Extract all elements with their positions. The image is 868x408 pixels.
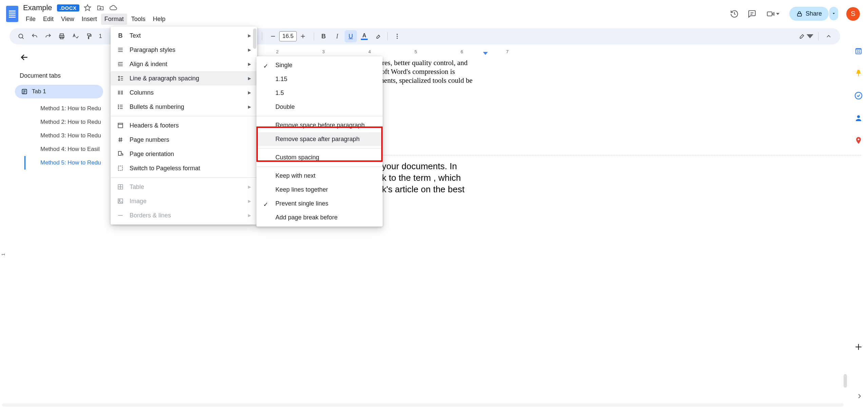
font-size-input[interactable]: 16.5 xyxy=(279,31,297,41)
share-dropdown[interactable] xyxy=(829,7,838,20)
menu-help[interactable]: Help xyxy=(150,14,169,25)
align-icon xyxy=(117,60,124,68)
outline-item[interactable]: Method 1: How to Redu xyxy=(24,102,111,115)
format-bullets-numbering[interactable]: Bullets & numbering▶ xyxy=(111,100,257,114)
zoom-fragment[interactable]: 1 xyxy=(96,30,104,42)
svg-text:31: 31 xyxy=(856,50,861,54)
show-side-panel-icon[interactable] xyxy=(856,392,863,400)
redo-icon[interactable] xyxy=(42,30,54,42)
menu-format[interactable]: Format xyxy=(101,14,127,25)
spacing-remove-before[interactable]: Remove space before paragraph xyxy=(256,118,383,132)
move-icon[interactable] xyxy=(96,3,105,13)
cloud-status-icon[interactable] xyxy=(109,3,118,13)
menu-label: Single xyxy=(275,62,292,69)
horizontal-scrollbar[interactable] xyxy=(2,403,844,407)
decrease-font-size[interactable] xyxy=(267,30,279,42)
svg-rect-5 xyxy=(797,14,802,16)
ruler-tick: 5 xyxy=(414,49,417,54)
body-text: soft Word's compression is xyxy=(379,67,455,76)
ruler-tick: 1 xyxy=(1,253,6,256)
paint-format-icon[interactable] xyxy=(83,30,95,42)
share-button[interactable]: Share xyxy=(789,7,829,21)
menu-label: Switch to Pageless format xyxy=(130,165,200,172)
menu-label: Remove space before paragraph xyxy=(275,122,365,129)
tab-chip[interactable]: Tab 1 xyxy=(15,85,103,98)
outline-item[interactable]: Method 3: How to Redu xyxy=(24,129,111,142)
menu-label: Page numbers xyxy=(130,136,169,143)
increase-font-size[interactable] xyxy=(297,30,309,42)
italic-button[interactable]: I xyxy=(331,30,343,42)
account-avatar[interactable]: S xyxy=(846,7,860,21)
indent-marker-icon[interactable] xyxy=(483,52,488,55)
spacing-keep-together[interactable]: Keep lines together xyxy=(256,183,383,197)
tab-chip-label: Tab 1 xyxy=(32,88,46,95)
history-icon[interactable] xyxy=(730,9,739,19)
outline-item[interactable]: Method 4: How to Easil xyxy=(24,142,111,156)
spacing-double[interactable]: Double xyxy=(256,100,383,114)
spacing-keep-next[interactable]: Keep with next xyxy=(256,169,383,183)
calendar-icon[interactable]: 31 xyxy=(852,44,865,58)
underline-button[interactable]: U xyxy=(345,30,357,42)
format-line-spacing[interactable]: Line & paragraph spacing▶ xyxy=(111,71,257,85)
toolbar-separator xyxy=(387,32,388,40)
keep-icon[interactable] xyxy=(852,66,865,80)
spacing-115[interactable]: 1.15 xyxy=(256,72,383,86)
hash-icon xyxy=(117,136,124,143)
add-panel-icon[interactable] xyxy=(852,340,865,354)
format-page-numbers[interactable]: Page numbers xyxy=(111,133,257,147)
svg-point-47 xyxy=(118,108,119,109)
docs-logo[interactable] xyxy=(5,5,19,23)
svg-rect-62 xyxy=(118,199,122,203)
print-icon[interactable] xyxy=(56,30,68,42)
text-color-button[interactable]: A xyxy=(358,30,370,42)
spellcheck-icon[interactable] xyxy=(69,30,81,42)
format-paragraph-styles[interactable]: Paragraph styles▶ xyxy=(111,43,257,57)
spacing-single[interactable]: ✓Single xyxy=(256,58,383,72)
menu-file[interactable]: File xyxy=(22,14,39,25)
vertical-scrollbar[interactable] xyxy=(844,374,847,388)
menu-tools[interactable]: Tools xyxy=(128,14,149,25)
outline-item-selected[interactable]: Method 5: How to Redu xyxy=(24,156,111,170)
highlight-button[interactable] xyxy=(372,30,384,42)
collapse-toolbar-icon[interactable] xyxy=(823,30,835,42)
undo-icon[interactable] xyxy=(28,30,41,42)
svg-point-6 xyxy=(19,34,23,38)
comments-icon[interactable] xyxy=(747,9,757,19)
tasks-icon[interactable] xyxy=(852,89,865,102)
more-toolbar-icon[interactable] xyxy=(391,30,403,42)
editing-mode-button[interactable] xyxy=(797,30,814,42)
menu-label: Columns xyxy=(130,89,154,96)
format-headers-footers[interactable]: Headers & footers xyxy=(111,118,257,133)
menu-label: Table xyxy=(130,183,144,191)
menu-view[interactable]: View xyxy=(58,14,78,25)
menu-label: Bullets & numbering xyxy=(130,103,184,111)
format-page-orientation[interactable]: Page orientation xyxy=(111,147,257,161)
menu-edit[interactable]: Edit xyxy=(40,14,57,25)
maps-icon[interactable] xyxy=(852,134,865,147)
spacing-15[interactable]: 1.5 xyxy=(256,86,383,100)
format-columns[interactable]: Columns▶ xyxy=(111,85,257,100)
table-icon xyxy=(117,183,124,191)
back-arrow-icon[interactable] xyxy=(18,51,31,64)
spacing-add-page-break[interactable]: Add page break before xyxy=(256,211,383,225)
spacing-remove-after[interactable]: Remove space after paragraph xyxy=(256,132,383,146)
chevron-right-icon: ▶ xyxy=(248,199,251,203)
spacing-prevent-single[interactable]: ✓Prevent single lines xyxy=(256,197,383,211)
document-title[interactable]: Example xyxy=(22,3,54,13)
star-icon[interactable] xyxy=(83,3,92,13)
menu-label: Keep lines together xyxy=(275,186,328,193)
meet-icon[interactable] xyxy=(765,9,781,19)
format-switch-pageless[interactable]: Switch to Pageless format xyxy=(111,161,257,175)
outline-item[interactable]: Method 2: How to Redu xyxy=(24,115,111,129)
format-align-indent[interactable]: Align & indent▶ xyxy=(111,57,257,71)
search-menus-icon[interactable] xyxy=(15,30,27,42)
format-text[interactable]: BText▶ xyxy=(111,28,257,43)
line-spacing-icon xyxy=(117,75,124,82)
contacts-icon[interactable] xyxy=(852,111,865,125)
bold-button[interactable]: B xyxy=(317,30,330,42)
title-bar: Example .DOCX File Edit View Insert Form… xyxy=(0,0,868,25)
svg-rect-3 xyxy=(767,12,772,16)
spacing-custom[interactable]: Custom spacing xyxy=(256,151,383,164)
menu-insert[interactable]: Insert xyxy=(78,14,100,25)
check-icon: ✓ xyxy=(263,62,268,70)
